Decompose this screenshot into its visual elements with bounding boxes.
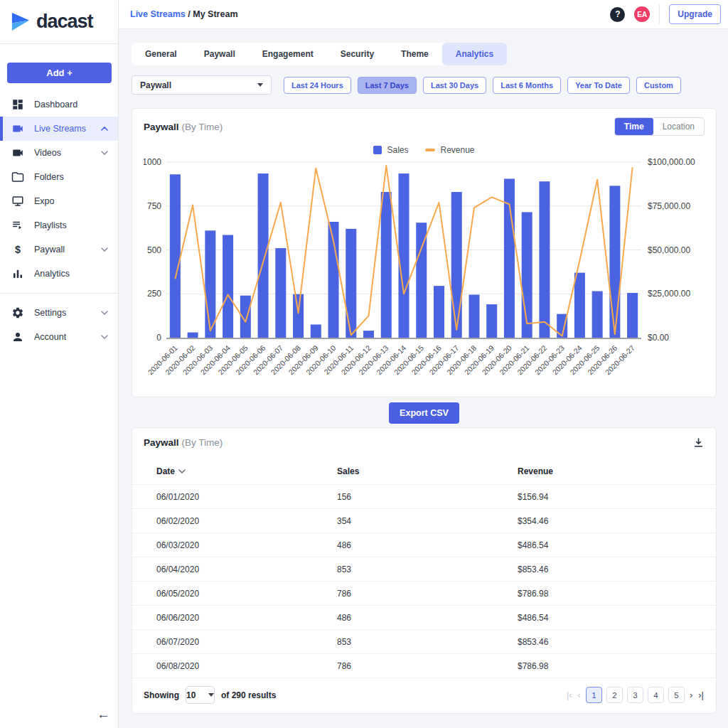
collapse-sidebar-icon[interactable]: ← [97,707,110,722]
right-axis-tick: $50,000.00 [648,245,690,255]
add-button[interactable]: Add + [7,63,112,83]
bar-2020-06-17[interactable] [451,192,462,338]
sidebar-item-paywall[interactable]: $Paywall [0,237,118,262]
legend-item-sales: Sales [373,145,408,155]
sidebar-nav: DashboardLive StreamsVideosFoldersExpoPl… [0,92,118,286]
bar-2020-06-24[interactable] [574,273,585,338]
logo[interactable]: dacast [0,0,118,44]
topbar-divider [659,4,660,24]
bar-2020-06-18[interactable] [469,294,479,338]
previous-page-button: ‹ [577,690,582,700]
upgrade-button[interactable]: Upgrade [669,4,721,24]
range-button-last-30-days[interactable]: Last 30 Days [423,77,486,94]
next-page-button[interactable]: › [689,690,693,700]
download-icon[interactable] [692,437,705,449]
sidebar-item-settings[interactable]: Settings [0,301,118,325]
table-body: 06/01/2020156$156.9406/02/2020354$354.46… [132,484,716,678]
bar-2020-06-19[interactable] [486,304,497,338]
folders-icon [11,171,24,183]
sidebar: dacast Add + DashboardLive StreamsVideos… [0,0,119,728]
bar-2020-06-12[interactable] [363,331,374,338]
table-row: 06/07/2020853$853.46 [132,629,716,653]
sidebar-item-live-streams[interactable]: Live Streams [0,117,118,141]
range-button-last-24-hours[interactable]: Last 24 Hours [284,77,351,94]
right-axis-tick: $25,000.00 [648,289,690,299]
cell-revenue: $156.94 [518,492,705,502]
bar-2020-06-27[interactable] [627,293,638,338]
bar-2020-06-14[interactable] [399,173,410,338]
page-button-4[interactable]: 4 [648,687,664,703]
last-page-button[interactable]: ›| [697,690,705,700]
range-button-custom[interactable]: Custom [636,77,681,94]
analytics-icon [11,267,24,280]
range-button-last-7-days[interactable]: Last 7 Days [358,77,417,94]
toggle-location[interactable]: Location [653,118,704,135]
bar-2020-06-08[interactable] [293,294,304,338]
page-button-1[interactable]: 1 [586,687,602,703]
chart-card-subtitle: (By Time) [182,122,223,132]
bar-2020-06-07[interactable] [275,248,286,338]
live-streams-icon [11,122,24,135]
bar-2020-06-25[interactable] [592,291,603,338]
bar-2020-06-02[interactable] [188,333,198,338]
content-select[interactable]: Paywall [132,75,272,95]
tab-engagement[interactable]: Engagement [249,43,327,65]
sidebar-item-label: Expo [34,196,55,206]
bar-2020-06-09[interactable] [311,324,321,338]
bar-2020-06-11[interactable] [346,229,356,338]
logo-text: dacast [36,11,93,33]
cell-date: 06/08/2020 [156,661,337,671]
bar-2020-06-26[interactable] [609,186,620,338]
left-axis-tick: 500 [147,245,161,255]
time-location-toggle: TimeLocation [614,117,705,136]
tab-paywall[interactable]: Paywall [191,43,249,65]
tab-general[interactable]: General [132,43,191,65]
table-card-title: Paywall [144,437,179,448]
sidebar-item-videos[interactable]: Videos [0,141,118,165]
cell-revenue: $853.46 [518,637,705,647]
tab-analytics[interactable]: Analytics [442,43,507,65]
range-button-year-to-date[interactable]: Year To Date [567,77,630,94]
cell-revenue: $486.54 [518,613,705,623]
cell-date: 06/07/2020 [156,637,337,647]
toggle-time[interactable]: Time [615,118,653,135]
bar-2020-06-06[interactable] [258,173,269,338]
sidebar-item-dashboard[interactable]: Dashboard [0,92,118,117]
chevron-down-icon [101,311,108,315]
breadcrumb-link-live-streams[interactable]: Live Streams [130,9,186,19]
column-header-date[interactable]: Date [156,466,337,476]
tab-security[interactable]: Security [327,43,387,65]
avatar[interactable]: EA [634,6,650,22]
tab-theme[interactable]: Theme [387,43,442,65]
legend-swatch-revenue [425,149,435,151]
filter-row: Paywall Last 24 HoursLast 7 DaysLast 30 … [132,75,717,95]
cell-date: 06/04/2020 [156,564,337,574]
bar-2020-06-13[interactable] [381,192,392,338]
bar-2020-06-04[interactable] [223,235,233,338]
page-button-5[interactable]: 5 [668,687,685,703]
sidebar-item-playlists[interactable]: Playlists [0,213,118,237]
cell-date: 06/05/2020 [156,589,337,599]
range-button-last-6-months[interactable]: Last 6 Months [493,77,561,94]
page-button-2[interactable]: 2 [606,687,623,703]
table-row: 06/05/2020786$786.98 [132,581,716,605]
content-select-value: Paywall [140,80,171,90]
bar-2020-06-22[interactable] [539,181,550,338]
cell-sales: 786 [337,661,518,671]
sidebar-item-expo[interactable]: Expo [0,189,118,213]
sidebar-item-account[interactable]: Account [0,325,118,349]
dashboard-icon [11,98,24,111]
sidebar-item-analytics[interactable]: Analytics [0,262,118,286]
bar-2020-06-01[interactable] [170,174,181,338]
sidebar-item-folders[interactable]: Folders [0,165,118,189]
export-csv-button[interactable]: Export CSV [389,402,459,424]
help-icon[interactable]: ? [610,7,625,22]
bar-2020-06-16[interactable] [434,286,444,338]
dacast-logo-icon [9,11,31,33]
sidebar-item-label: Videos [34,148,61,158]
paywall-chart: 0$0.00250$25,000.00500$50,000.00750$75,0… [144,156,706,391]
page-button-3[interactable]: 3 [627,687,643,703]
expo-icon [11,195,24,208]
page-size-select[interactable]: 10 [186,686,215,704]
chevron-down-icon [101,151,108,155]
